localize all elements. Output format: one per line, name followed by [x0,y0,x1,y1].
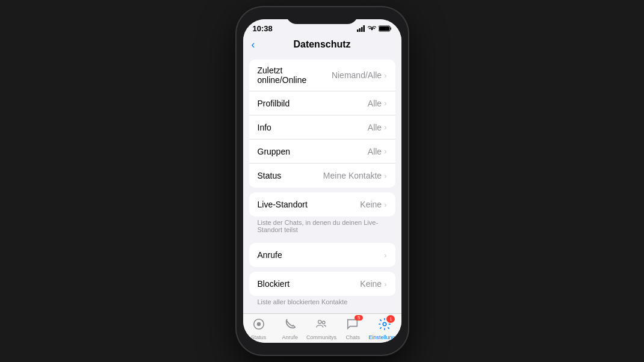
item-right-blockiert: Keine › [360,279,386,289]
item-label-zuletzt: Zuletzt online/Online [258,66,332,85]
status-tab-icon [252,318,265,331]
list-item-info[interactable]: Info Alle › [249,115,395,140]
content-area: Zuletzt online/Online Niemand/Alle › Pro… [243,55,401,313]
tab-chats[interactable]: 5 Chats [337,318,368,340]
item-right-status: Meine Kontakte › [323,171,387,180]
chats-badge: 5 [355,315,363,321]
blockiert-section: Blockiert Keine › Liste aller blockierte… [249,272,395,310]
screen: 10:38 [243,19,401,343]
chevron-icon: › [384,147,386,156]
item-label-anrufe: Anrufe [258,250,282,260]
svg-point-9 [318,321,322,324]
tab-status[interactable]: Status [243,318,274,340]
list-item-status[interactable]: Status Meine Kontakte › [249,164,395,188]
svg-point-11 [383,322,387,326]
tab-communitys-label: Communitys [306,334,336,340]
signal-icon [357,25,365,32]
page-title: Datenschutz [293,39,350,50]
item-label-gruppen: Gruppen [258,147,290,156]
item-label-info: Info [258,123,271,132]
item-label-status: Status [258,171,282,180]
blockiert-sublabel: Liste aller blockierten Kontakte [249,296,395,310]
communitys-tab-icon [315,318,328,331]
tab-chats-label: Chats [346,334,361,340]
live-standort-sublabel: Liste der Chats, in denen du deinen Live… [249,216,395,238]
svg-rect-0 [357,29,359,32]
wifi-icon [368,25,376,32]
item-right-gruppen: Alle › [368,147,387,156]
tab-einstellungen-label: Einstellungen [368,334,401,340]
status-icons [357,25,392,32]
item-label-live-standort: Live-Standort [258,200,308,209]
tab-bar: Status Anrufe [243,313,401,343]
tab-einstellungen[interactable]: 1 Einstellungen [368,318,401,340]
svg-rect-6 [379,26,389,31]
tab-communitys[interactable]: Communitys [306,318,337,340]
item-right-profilbild: Alle › [368,99,387,108]
svg-rect-5 [390,28,391,30]
item-right-live-standort: Keine › [360,200,386,209]
nav-bar: ‹ Datenschutz [243,35,401,55]
list-item-live-standort[interactable]: Live-Standort Keine › [249,192,395,216]
item-right-anrufe: › [384,251,386,260]
privacy-group: Zuletzt online/Online Niemand/Alle › Pro… [249,60,395,188]
settings-badge: 1 [386,315,395,323]
chevron-icon: › [384,280,386,289]
live-standort-section: Live-Standort Keine › Liste der Chats, i… [249,192,395,238]
notch [286,7,358,24]
list-item-gruppen[interactable]: Gruppen Alle › [249,140,395,164]
svg-point-10 [322,321,325,324]
chevron-icon: › [384,200,386,209]
battery-icon [379,25,392,32]
back-button[interactable]: ‹ [252,38,255,51]
svg-rect-3 [363,25,365,32]
svg-rect-1 [359,28,361,32]
chevron-icon: › [384,71,386,80]
list-item-profilbild[interactable]: Profilbild Alle › [249,91,395,115]
tab-status-label: Status [251,334,267,340]
list-item-zuletzt[interactable]: Zuletzt online/Online Niemand/Alle › [249,60,395,91]
phone-frame: 10:38 [237,7,408,355]
chevron-icon: › [384,123,386,132]
item-right-info: Alle › [368,123,387,132]
anrufe-group: Anrufe › [249,243,395,267]
tab-anrufe-label: Anrufe [282,334,299,340]
item-right-zuletzt: Niemand/Alle › [332,70,387,80]
chevron-icon: › [384,171,386,180]
chevron-icon: › [384,99,386,108]
anrufe-tab-icon [283,318,297,331]
svg-point-8 [256,322,260,326]
chevron-icon: › [384,251,386,260]
tab-anrufe[interactable]: Anrufe [274,318,306,340]
item-label-profilbild: Profilbild [258,99,290,108]
live-standort-group: Live-Standort Keine › [249,192,395,216]
svg-rect-2 [361,27,363,32]
anrufe-section: Anrufe › [249,243,395,267]
item-label-blockiert: Blockiert [258,279,290,289]
list-item-blockiert[interactable]: Blockiert Keine › [249,272,395,296]
list-item-anrufe[interactable]: Anrufe › [249,243,395,267]
blockiert-group: Blockiert Keine › [249,272,395,296]
status-time: 10:38 [253,24,273,33]
